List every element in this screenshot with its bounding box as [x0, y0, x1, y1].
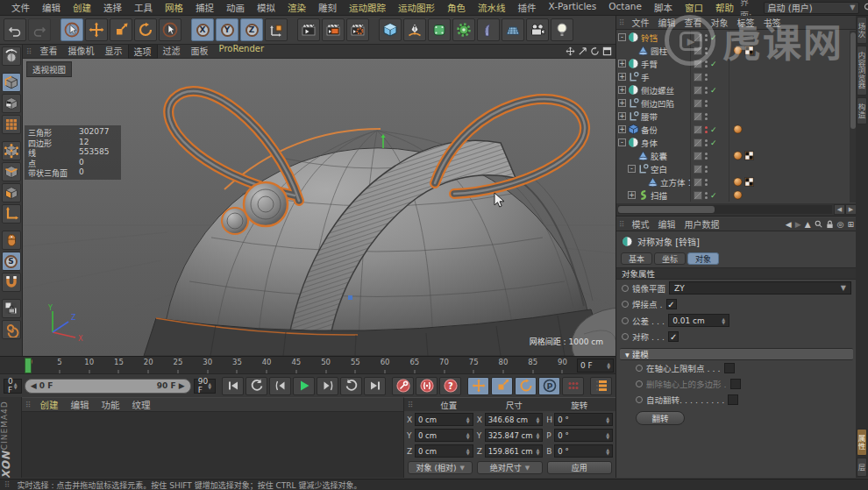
history-forward-icon[interactable]: ▶	[795, 220, 801, 229]
tree-row-圆柱[interactable]: 圆柱	[616, 44, 850, 57]
lock-y-axis-button[interactable]: Y	[216, 18, 238, 41]
material-tag-icon[interactable]	[733, 177, 743, 187]
menu-运动图形[interactable]: 运动图形	[392, 0, 441, 15]
visibility-dots-icon[interactable]	[705, 153, 708, 160]
spiral-tool-button[interactable]	[2, 320, 21, 339]
coordinate-system-button[interactable]	[265, 18, 288, 41]
coord-size-X-field[interactable]: 346.68 cm▲▼	[485, 413, 544, 426]
skip-start-button[interactable]	[222, 377, 244, 395]
panel-grip-icon[interactable]: ⠿	[25, 401, 32, 409]
enabled-check-icon[interactable]: ✓	[710, 125, 718, 134]
tree-row-侧边螺丝[interactable]: +侧边螺丝✓	[616, 83, 850, 96]
material-tag-icon[interactable]	[733, 190, 743, 200]
attribute-tab-对象[interactable]: 对象	[687, 252, 719, 265]
viewport-menu-过滤[interactable]: 过滤	[158, 45, 186, 59]
coord-rotation-P-field[interactable]: 0 °▲▼	[554, 429, 613, 442]
expand-toggle-icon[interactable]: -	[628, 165, 636, 173]
timeline-ticks[interactable]: 051015202530354045505560657075808590	[25, 357, 573, 374]
render-settings-button[interactable]	[346, 18, 369, 41]
stepper-arrows-icon[interactable]: ▲▼	[606, 432, 609, 439]
timeline-range-slider[interactable]: ◀ 0 F 90 F ▶	[25, 379, 191, 394]
stepper-arrows-icon[interactable]: ▲▼	[607, 362, 610, 369]
add-generator-button[interactable]	[452, 18, 475, 41]
attr-checkbox[interactable]	[728, 394, 738, 405]
menu-网格[interactable]: 网格	[159, 0, 189, 15]
lock-z-axis-button[interactable]: Z	[240, 18, 263, 41]
enabled-check-icon[interactable]: ✓	[710, 60, 718, 68]
viewport-menu-显示[interactable]: 显示	[100, 45, 128, 59]
material-menu-纹理[interactable]: 纹理	[126, 397, 157, 412]
view-name-label[interactable]: 透视视图	[26, 61, 72, 77]
object-menu-查看[interactable]: 查看	[680, 16, 707, 29]
zoom-view-icon[interactable]	[578, 46, 587, 56]
add-camera-button[interactable]	[526, 18, 549, 41]
history-back-icon[interactable]: ◀	[786, 220, 792, 229]
tree-row-胶囊[interactable]: 胶囊	[616, 149, 850, 162]
current-frame-field[interactable]: 0 F ▲▼	[577, 359, 614, 373]
add-spline-button[interactable]	[403, 18, 426, 41]
tree-row-手[interactable]: +手	[616, 70, 850, 83]
expand-toggle-icon[interactable]: +	[618, 86, 626, 94]
anim-ring-icon[interactable]	[636, 365, 643, 372]
attribute-menu-模式[interactable]: 模式	[628, 217, 654, 231]
viewport-menu-选项[interactable]: 选项	[128, 45, 158, 59]
live-selection-button[interactable]	[60, 18, 83, 41]
apply-button[interactable]: 应用	[547, 461, 612, 474]
pan-view-icon[interactable]	[566, 46, 575, 56]
menu-创建[interactable]: 创建	[67, 0, 97, 15]
visibility-dots-icon[interactable]	[705, 179, 708, 186]
object-menu-书签[interactable]: 书签	[759, 16, 786, 29]
search-icon[interactable]	[815, 220, 822, 228]
expand-toggle-icon[interactable]: +	[618, 125, 626, 133]
size-mode-dropdown[interactable]: 绝对尺寸 ▼	[477, 461, 542, 474]
lock-x-axis-button[interactable]: X	[191, 18, 214, 41]
stepper-arrows-icon[interactable]: ▲▼	[536, 416, 539, 423]
visibility-dots-icon[interactable]	[705, 60, 708, 67]
panel-grip-icon[interactable]: ⠿	[26, 47, 32, 56]
uvw-tag-icon[interactable]	[744, 177, 754, 187]
coord-mode-dropdown[interactable]: 对象 (相对) ▼	[408, 461, 473, 474]
tree-row-手臂[interactable]: +手臂✓	[616, 57, 850, 70]
coord-rotation-H-field[interactable]: 0 °▲▼	[554, 413, 613, 426]
attr-checkbox[interactable]	[724, 363, 735, 373]
enabled-check-icon[interactable]: ✓	[710, 191, 718, 200]
flip-button[interactable]: 翻转	[636, 411, 685, 425]
stepper-arrows-icon[interactable]: ▲▼	[536, 432, 539, 439]
step-fwd-button[interactable]	[317, 377, 338, 395]
search-icon[interactable]	[864, 3, 868, 12]
timeline-playhead[interactable]	[25, 358, 32, 373]
edges-mode-button[interactable]	[2, 162, 21, 181]
coord-position-Z-field[interactable]: 0 cm▲▼	[415, 444, 473, 458]
tree-row-侧边凹陷[interactable]: +侧边凹陷	[616, 96, 850, 110]
key-move-button[interactable]	[467, 377, 489, 395]
stepper-arrows-icon[interactable]: ▲▼	[466, 416, 470, 423]
vertical-tab-内容浏览器[interactable]: 内容浏览器	[857, 46, 867, 96]
visibility-dots-icon[interactable]	[705, 100, 708, 107]
coord-position-Y-field[interactable]: 0 cm▲▼	[415, 429, 473, 442]
object-menu-对象[interactable]: 对象	[707, 16, 733, 29]
material-menu-功能[interactable]: 功能	[96, 397, 126, 412]
panel-grip-icon[interactable]: ⠿	[619, 18, 625, 27]
skip-end-button[interactable]	[364, 377, 386, 395]
menu-选择[interactable]: 选择	[97, 0, 128, 15]
points-mode-button[interactable]	[2, 141, 21, 160]
panel-grip-icon[interactable]: ⠿	[408, 401, 414, 409]
visibility-dots-icon[interactable]	[705, 113, 708, 120]
new-panel-icon[interactable]: ⊞	[847, 220, 854, 229]
expand-toggle-icon[interactable]: +	[628, 191, 636, 199]
viewport-solo-button[interactable]	[2, 231, 21, 250]
layer-square-icon[interactable]	[694, 46, 702, 55]
last-tool-button[interactable]	[159, 18, 181, 41]
tree-row-空白[interactable]: -空白	[616, 162, 850, 175]
move-tool-button[interactable]	[85, 18, 108, 41]
menu-编辑[interactable]: 编辑	[36, 0, 67, 15]
layer-square-icon[interactable]	[694, 138, 702, 147]
enable-snap-button[interactable]: S	[2, 252, 21, 271]
anim-ring-icon[interactable]	[622, 333, 629, 340]
redo-button[interactable]	[28, 18, 51, 41]
stepper-arrows-icon[interactable]: ▲▼	[208, 382, 211, 389]
vertical-tab-层[interactable]: 层	[857, 458, 867, 478]
key-scale-button[interactable]	[491, 377, 513, 395]
coord-size-Y-field[interactable]: 325.847 cm▲▼	[485, 429, 544, 442]
render-picture-viewer-button[interactable]	[322, 18, 345, 41]
